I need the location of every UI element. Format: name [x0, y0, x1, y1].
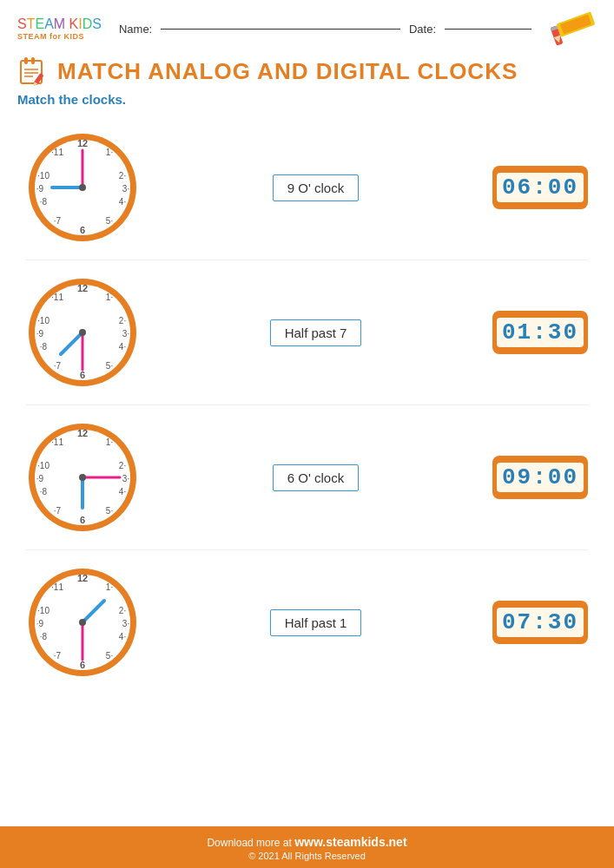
svg-text:·9: ·9 [36, 184, 44, 194]
logo: STEAM KIDS STEAM for KIDS [17, 16, 102, 41]
svg-text:3·: 3· [122, 474, 129, 483]
svg-text:6: 6 [80, 660, 85, 670]
logo-e: E [35, 16, 44, 31]
logo-subtitle: STEAM for KIDS [17, 32, 84, 41]
svg-text:6: 6 [80, 370, 85, 380]
svg-text:4·: 4· [119, 487, 126, 496]
footer: Download more at www.steamkids.net © 202… [0, 809, 614, 868]
svg-text:·7: ·7 [54, 506, 62, 516]
clock-label-text-2: Half past 7 [270, 319, 362, 346]
name-label: Name: [119, 23, 152, 36]
svg-text:1·: 1· [106, 582, 113, 592]
svg-text:4·: 4· [119, 632, 126, 641]
date-line [445, 29, 531, 30]
svg-text:3·: 3· [122, 329, 129, 339]
svg-text:5·: 5· [106, 506, 113, 516]
clock-label-text-1: 9 O' clock [273, 174, 359, 201]
svg-text:3·: 3· [122, 184, 129, 194]
svg-text:·9: ·9 [36, 619, 44, 628]
svg-text:2·: 2· [119, 461, 126, 470]
svg-text:·7: ·7 [54, 361, 62, 371]
svg-point-46 [79, 329, 86, 336]
clock-row-2: 12 1· 2· 3· 4· 5· 6 ·7 ·8 ·9 ·10 ·11 Hal… [17, 260, 597, 404]
logo-a: A [44, 16, 54, 31]
svg-text:5·: 5· [106, 216, 113, 226]
footer-download: Download more at www.steamkids.net [0, 835, 614, 849]
analog-clock-1: 12 1· 2· 3· 4· 5· 6 ·7 ·8 ·9 ·10 ·11 [26, 131, 139, 244]
svg-text:12: 12 [77, 428, 88, 438]
svg-text:2·: 2· [119, 316, 126, 326]
svg-point-63 [79, 474, 86, 481]
svg-text:6: 6 [80, 225, 85, 235]
date-label: Date: [409, 23, 436, 36]
digital-time-3: 09:00 [497, 463, 584, 492]
clock-label-text-3: 6 O' clock [273, 464, 359, 491]
svg-text:12: 12 [77, 573, 88, 583]
name-date-area: Name: Date: [119, 23, 531, 36]
digital-time-4: 07:30 [497, 608, 584, 637]
analog-clock-2: 12 1· 2· 3· 4· 5· 6 ·7 ·8 ·9 ·10 ·11 [26, 276, 139, 389]
analog-clock-3: 12 1· 2· 3· 4· 5· 6 ·7 ·8 ·9 ·10 ·11 [26, 421, 139, 534]
clock-label-3: 6 O' clock [238, 464, 394, 491]
scallop-decoration [0, 809, 614, 826]
svg-text:6: 6 [80, 515, 85, 525]
svg-text:·10: ·10 [37, 316, 50, 326]
svg-text:·8: ·8 [40, 197, 48, 207]
clock-label-4: Half past 1 [238, 609, 394, 636]
main-title: MATCH ANALOG AND DIGITAL CLOCKS [57, 58, 518, 85]
footer-copyright: © 2021 All Rights Reserved [0, 851, 614, 861]
svg-text:·11: ·11 [51, 148, 63, 157]
pencil-ruler-icon [549, 10, 597, 47]
header: STEAM KIDS STEAM for KIDS Name: Date: [0, 0, 614, 52]
name-line [161, 29, 400, 30]
svg-text:2·: 2· [119, 171, 126, 181]
svg-text:4·: 4· [119, 342, 126, 352]
clock-label-1: 9 O' clock [238, 174, 394, 201]
svg-text:·11: ·11 [51, 437, 63, 447]
clock-row-3: 12 1· 2· 3· 4· 5· 6 ·7 ·8 ·9 ·10 ·11 6 O… [17, 405, 597, 549]
logo-text: STEAM KIDS [17, 16, 102, 32]
title-bar: MATCH ANALOG AND DIGITAL CLOCKS [0, 52, 614, 90]
svg-text:·8: ·8 [40, 342, 48, 352]
svg-text:·10: ·10 [37, 606, 50, 615]
svg-text:3·: 3· [122, 619, 129, 628]
svg-text:1·: 1· [106, 437, 113, 447]
logo-s2: S [92, 16, 102, 31]
logo-s: S [17, 16, 27, 31]
svg-text:5·: 5· [106, 651, 113, 661]
analog-clock-4: 12 1· 2· 3· 4· 5· 6 ·7 ·8 ·9 ·10 ·11 [26, 566, 139, 679]
logo-d: D [83, 16, 93, 31]
clock-label-text-4: Half past 1 [270, 609, 362, 636]
logo-t: T [27, 16, 36, 31]
svg-text:·7: ·7 [54, 216, 62, 226]
notepad-icon [17, 56, 49, 87]
footer-url: www.steamkids.net [294, 835, 406, 849]
digital-clock-2: 01:30 [492, 311, 588, 354]
svg-point-29 [79, 184, 86, 191]
digital-clock-4: 07:30 [492, 601, 588, 644]
svg-text:2·: 2· [119, 606, 126, 615]
svg-text:1·: 1· [106, 293, 113, 302]
subtitle: Match the clocks. [0, 90, 614, 115]
logo-k: K [69, 16, 79, 31]
svg-text:·11: ·11 [51, 293, 63, 302]
svg-text:4·: 4· [119, 197, 126, 207]
svg-point-80 [79, 619, 86, 626]
svg-text:5·: 5· [106, 361, 113, 371]
svg-text:·9: ·9 [36, 329, 44, 339]
digital-time-1: 06:00 [497, 173, 584, 202]
svg-text:·10: ·10 [37, 171, 50, 181]
svg-text:·7: ·7 [54, 651, 62, 661]
clock-label-2: Half past 7 [238, 319, 394, 346]
svg-text:·8: ·8 [40, 487, 48, 496]
svg-rect-7 [31, 57, 35, 64]
digital-clock-1: 06:00 [492, 166, 588, 209]
footer-download-text: Download more at [207, 837, 294, 849]
svg-text:·8: ·8 [40, 632, 48, 641]
svg-rect-6 [24, 57, 28, 64]
svg-text:·9: ·9 [36, 474, 44, 483]
svg-text:12: 12 [77, 283, 88, 293]
svg-text:·11: ·11 [51, 582, 63, 592]
clock-row-4: 12 1· 2· 3· 4· 5· 6 ·7 ·8 ·9 ·10 ·11 Hal… [17, 550, 597, 694]
svg-text:1·: 1· [106, 148, 113, 157]
